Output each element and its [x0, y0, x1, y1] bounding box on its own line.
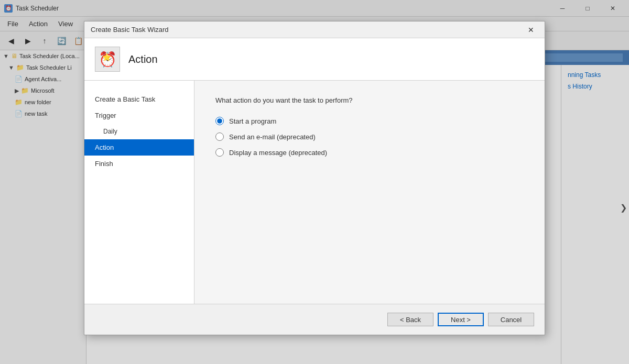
dialog-close-button[interactable]: ✕: [524, 23, 538, 37]
wizard-sidebar: Create a Basic Task Trigger Daily Action…: [84, 81, 194, 304]
wizard-content: What action do you want the task to perf…: [194, 81, 545, 304]
cancel-button[interactable]: Cancel: [488, 313, 534, 326]
dialog: Create Basic Task Wizard ✕ ⏰ ⭐ Action Cr…: [84, 21, 545, 335]
dialog-body: Create a Basic Task Trigger Daily Action…: [84, 81, 545, 304]
next-button[interactable]: Next >: [438, 313, 484, 326]
radio-display-message[interactable]: [215, 148, 224, 157]
radio-label-display-message: Display a message (deprecated): [229, 149, 327, 157]
dialog-footer: < Back Next > Cancel: [84, 304, 545, 335]
radio-item-display-message[interactable]: Display a message (deprecated): [215, 148, 524, 157]
dialog-titlebar: Create Basic Task Wizard ✕: [84, 21, 545, 38]
wizard-step-trigger[interactable]: Trigger: [84, 107, 194, 124]
wizard-step-action[interactable]: Action: [84, 139, 194, 156]
wizard-step-create[interactable]: Create a Basic Task: [84, 91, 194, 107]
dialog-header-title: Action: [128, 53, 158, 65]
wizard-step-finish[interactable]: Finish: [84, 156, 194, 172]
radio-send-email[interactable]: [215, 133, 224, 141]
radio-item-send-email[interactable]: Send an e-mail (deprecated): [215, 133, 524, 141]
dialog-title: Create Basic Task Wizard: [91, 26, 524, 34]
radio-start-program[interactable]: [215, 117, 224, 125]
radio-group: Start a program Send an e-mail (deprecat…: [215, 117, 524, 157]
radio-label-send-email: Send an e-mail (deprecated): [229, 133, 316, 141]
modal-overlay: Create Basic Task Wizard ✕ ⏰ ⭐ Action Cr…: [0, 0, 629, 364]
back-button[interactable]: < Back: [387, 313, 433, 326]
wizard-question: What action do you want the task to perf…: [215, 96, 524, 104]
radio-label-start-program: Start a program: [229, 117, 276, 125]
dialog-header-icon: ⏰ ⭐: [95, 47, 120, 72]
wizard-step-daily[interactable]: Daily: [84, 124, 194, 139]
dialog-header: ⏰ ⭐ Action: [84, 38, 545, 81]
radio-item-start-program[interactable]: Start a program: [215, 117, 524, 125]
